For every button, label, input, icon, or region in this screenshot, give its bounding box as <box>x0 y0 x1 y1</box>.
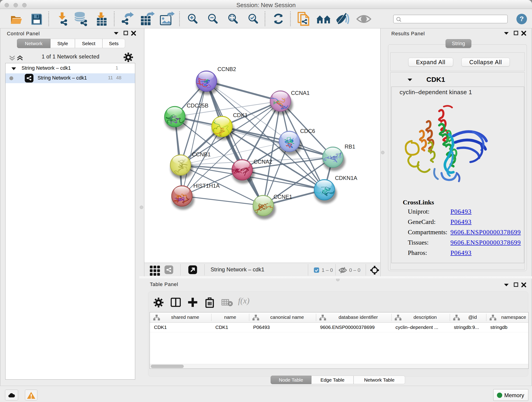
svg-text:CCNA2: CCNA2 <box>254 159 272 165</box>
svg-text:?: ? <box>520 15 524 22</box>
svg-text:CDK1: CDK1 <box>233 112 248 118</box>
svg-text:CDC6: CDC6 <box>300 128 315 134</box>
svg-text:CCNB1: CCNB1 <box>192 151 210 157</box>
svg-text:CDKN1A: CDKN1A <box>335 175 357 181</box>
svg-text:CDC25B: CDC25B <box>187 102 209 109</box>
svg-text:CCNE1: CCNE1 <box>273 194 292 200</box>
svg-text:HIST1H1A: HIST1H1A <box>193 183 220 189</box>
svg-text:RB1: RB1 <box>345 143 355 150</box>
svg-text:CCNA1: CCNA1 <box>291 90 310 96</box>
svg-text:CCNB2: CCNB2 <box>217 66 236 72</box>
